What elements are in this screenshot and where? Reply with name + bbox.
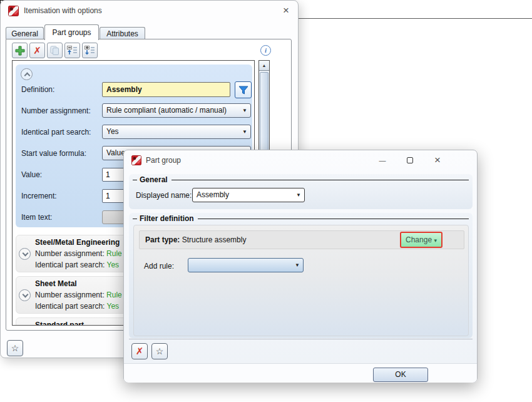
chevron-up-icon (24, 73, 30, 79)
plus-icon (15, 46, 25, 56)
filter-button[interactable] (235, 81, 252, 98)
chevron-down-icon: ▼ (296, 188, 301, 202)
favorites-button[interactable]: ☆ (7, 340, 23, 356)
definition-row: Definition: (16, 82, 252, 97)
number-assignment-row: Number assignment: Rule compliant (autom… (16, 103, 252, 118)
filter-definition-groupbox: Filter definition Part type: Structure a… (129, 213, 473, 338)
titlebar[interactable]: Itemisation with options × (1, 1, 298, 21)
number-assignment-select[interactable]: Rule compliant (automatic / manual) ▼ (102, 103, 251, 118)
divider (129, 339, 473, 339)
star-icon: ☆ (156, 346, 164, 356)
collapse-all-button[interactable] (64, 43, 80, 58)
add-rule-label: Add rule: (144, 262, 174, 271)
groupbox-header: General (140, 175, 171, 184)
app-logo-icon (131, 155, 141, 165)
value-text: Yes (107, 302, 120, 311)
dialog-footer: OK (124, 363, 477, 383)
copy-button[interactable] (47, 43, 63, 58)
expand-card-button[interactable] (19, 248, 31, 260)
value-text: Rule (106, 291, 122, 299)
part-group-dialog: Part group — × General Displayed name: A… (123, 150, 478, 383)
expand-card-button[interactable] (19, 289, 31, 301)
funnel-icon (238, 85, 248, 95)
favorites-button[interactable]: ☆ (151, 343, 168, 359)
minimize-icon[interactable]: — (374, 153, 391, 168)
expand-all-icon (84, 46, 95, 55)
value-text: Rule (106, 249, 122, 258)
dialog-title: Part group (146, 156, 181, 165)
star-icon: ☆ (11, 343, 19, 353)
value-text: Yes (107, 260, 120, 269)
identical-part-search-row: Identical part search: Yes ▼ (16, 125, 252, 140)
displayed-name-label: Displayed name: (136, 191, 192, 200)
groupbox-header: Filter definition (140, 214, 198, 223)
window-title: Itemisation with options (24, 6, 102, 15)
app-logo-icon (8, 6, 19, 16)
definition-input[interactable] (102, 82, 230, 97)
copy-icon (50, 46, 59, 55)
part-type-value: Structure assembly (182, 235, 247, 244)
general-groupbox: General Displayed name: Assembly ▼ (129, 174, 473, 209)
delete-button[interactable]: ✗ (131, 343, 148, 359)
dialog-titlebar[interactable]: Part group — × (124, 150, 477, 170)
chevron-down-icon: ▾ (434, 237, 437, 244)
chevron-down-icon (22, 250, 28, 256)
collapse-card-button[interactable] (21, 68, 33, 80)
close-icon[interactable]: × (429, 153, 446, 168)
ok-button[interactable]: OK (373, 368, 428, 382)
scroll-up-button[interactable]: ▲ (259, 61, 269, 71)
delete-x-icon: ✗ (136, 346, 144, 356)
chevron-down-icon: ▼ (242, 104, 247, 118)
part-type-label: Part type: (145, 235, 180, 244)
maximize-icon[interactable] (402, 153, 418, 168)
add-rule-select[interactable]: ▼ (188, 258, 304, 272)
delete-button[interactable]: ✗ (29, 43, 45, 58)
chevron-down-icon (22, 291, 28, 297)
identical-part-search-select[interactable]: Yes ▼ (102, 125, 251, 139)
tab-general[interactable]: General (6, 27, 44, 39)
chevron-down-icon: ▼ (242, 125, 247, 139)
change-button[interactable]: Change ▾ (400, 232, 442, 248)
delete-x-icon: ✗ (33, 45, 41, 56)
chevron-down-icon: ▼ (295, 259, 300, 272)
info-icon[interactable]: i (260, 45, 271, 56)
displayed-name-select[interactable]: Assembly ▼ (192, 188, 305, 202)
add-button[interactable] (12, 43, 28, 58)
tab-attributes[interactable]: Attributes (100, 27, 145, 39)
close-icon[interactable]: × (278, 3, 294, 18)
tab-part-groups[interactable]: Part groups (44, 24, 99, 40)
expand-all-button[interactable] (82, 43, 98, 58)
collapse-all-icon (67, 46, 78, 55)
